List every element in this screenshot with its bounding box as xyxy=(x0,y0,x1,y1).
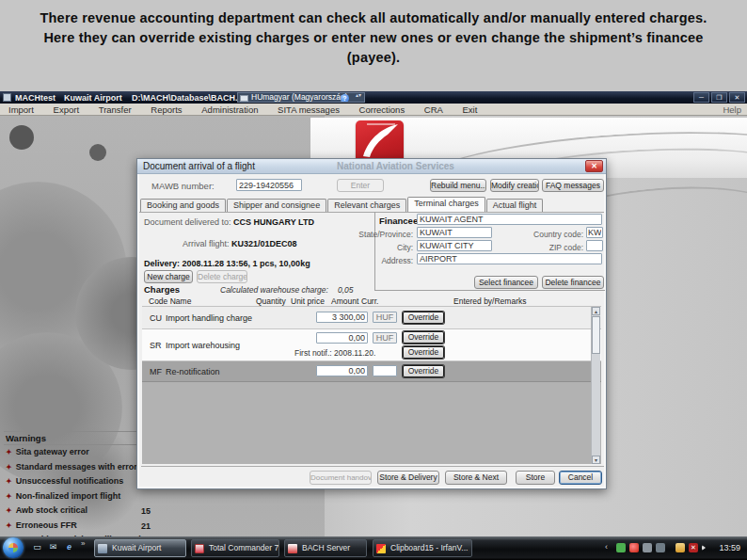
task-bach-server[interactable]: BACH Server xyxy=(284,539,367,557)
city-input[interactable] xyxy=(417,240,492,251)
warning-item-awb-stock[interactable]: ✦Awb stock critical15 xyxy=(4,505,162,520)
tab-terminal-charges[interactable]: Terminal charges xyxy=(407,197,485,212)
menu-cra[interactable]: CRA xyxy=(416,104,452,115)
warning-item-erroneous-ffr[interactable]: ✦Erroneous FFR21 xyxy=(4,520,162,536)
menu-sita-messages[interactable]: SITA messages xyxy=(269,104,348,115)
charges-scrollbar[interactable]: ▴ ▾ xyxy=(591,307,600,464)
store-next-button[interactable]: Store & Next xyxy=(445,471,507,485)
store-button[interactable]: Store xyxy=(516,471,555,485)
charge-currency-input[interactable] xyxy=(373,312,397,323)
charge-amount-input[interactable] xyxy=(316,365,368,376)
tray-sync-icon[interactable] xyxy=(656,543,665,552)
dialog-close-icon[interactable]: ✕ xyxy=(585,160,603,172)
document-arrival-dialog: Document arrival of a flight National Av… xyxy=(136,158,607,489)
charge-row-sr[interactable]: SR Import warehousing Override First not… xyxy=(142,329,601,361)
menu-help[interactable]: Help xyxy=(723,104,741,115)
help-icon[interactable]: ? xyxy=(341,94,349,103)
warning-label: Standard messages with error xyxy=(16,462,137,472)
state-input[interactable] xyxy=(417,227,492,238)
warning-bullet-icon: ✦ xyxy=(6,463,12,472)
mawb-input[interactable] xyxy=(236,179,302,191)
close-button[interactable]: ✕ xyxy=(729,92,745,103)
scroll-up-icon[interactable]: ▴ xyxy=(592,307,600,315)
override-notification-button[interactable]: Override xyxy=(403,346,444,359)
slide-caption: There revenue accounting department can … xyxy=(23,8,724,68)
tray-display-icon[interactable] xyxy=(643,543,652,552)
restore-button[interactable]: ❐ xyxy=(711,92,727,103)
charge-code: SR xyxy=(150,341,162,350)
minimize-button[interactable]: ─ xyxy=(693,92,709,103)
charge-currency-input[interactable] xyxy=(373,365,397,376)
tab-booking-and-goods[interactable]: Booking and goods xyxy=(140,199,226,212)
dialog-titlebar[interactable]: Document arrival of a flight National Av… xyxy=(137,159,606,174)
faq-messages-button[interactable]: FAQ messages xyxy=(542,179,604,192)
menu-administration[interactable]: Administration xyxy=(193,104,266,115)
address-input[interactable] xyxy=(417,253,602,264)
country-code-input[interactable] xyxy=(586,227,603,238)
warning-bullet-icon: ✦ xyxy=(6,492,12,501)
tray-network-icon[interactable] xyxy=(629,543,639,552)
task-clipboard-irfanview[interactable]: Clipboard15 - IrfanV... xyxy=(373,539,472,557)
quicklaunch-mail-icon[interactable]: ✉ xyxy=(47,541,59,553)
delete-financee-button[interactable]: Delete financee xyxy=(542,276,604,289)
quicklaunch-browser-icon[interactable]: e xyxy=(63,541,75,553)
taskbar: ▭ ✉ e » Kuwait Airport Total Commander 7… xyxy=(0,536,747,560)
zip-input[interactable] xyxy=(586,240,603,251)
menu-bar: Import Export Transfer Reports Administr… xyxy=(0,104,747,116)
app-site: Kuwait Airport xyxy=(64,93,122,103)
tab-actual-flight[interactable]: Actual flight xyxy=(486,199,544,212)
scrollbar-thumb[interactable] xyxy=(592,316,600,354)
tray-document-icon[interactable] xyxy=(675,543,685,552)
document-handover-button[interactable]: Document handover xyxy=(310,471,372,485)
delivered-to-label: Document delivered to: xyxy=(144,217,231,227)
warning-bullet-icon: ✦ xyxy=(6,477,12,486)
menu-exit[interactable]: Exit xyxy=(454,104,486,115)
override-button[interactable]: Override xyxy=(403,365,444,377)
tab-shipper-and-consignee[interactable]: Shipper and consignee xyxy=(227,199,326,212)
task-app-icon xyxy=(376,544,386,553)
financee-name-input[interactable] xyxy=(417,214,602,225)
menu-export[interactable]: Export xyxy=(45,104,87,115)
cancel-button[interactable]: Cancel xyxy=(559,471,602,485)
delete-charge-button[interactable]: Delete charge xyxy=(197,270,247,283)
tray-shield-icon[interactable] xyxy=(616,543,626,552)
warning-item-nonfinalized-import[interactable]: ✦Non-finalized import flight xyxy=(4,491,162,506)
quicklaunch-chevron-icon[interactable]: » xyxy=(81,539,85,548)
language-selector[interactable]: HUmagyar (Magyarország) ? ▴▾ xyxy=(237,92,365,103)
menu-reports[interactable]: Reports xyxy=(142,104,190,115)
charge-row-mf-selected[interactable]: MF Re-notification Override xyxy=(142,361,601,382)
warning-label: Non-finalized import flight xyxy=(16,491,121,501)
arrival-flight-value: KU321/01DEC08 xyxy=(231,239,297,248)
modify-creation-button[interactable]: Modify creation xyxy=(490,179,539,192)
delivery-line: Delivery: 2008.11.28 13:56, 1 pcs, 10,00… xyxy=(144,259,310,268)
tray-volume-icon[interactable] xyxy=(702,545,706,551)
quicklaunch-desktop-icon[interactable]: ▭ xyxy=(31,541,43,553)
override-button[interactable]: Override xyxy=(403,331,444,344)
new-charge-button[interactable]: New charge xyxy=(144,270,193,283)
task-label: Total Commander 7... xyxy=(209,543,279,552)
updown-icon[interactable]: ▴▾ xyxy=(356,93,361,98)
task-kuwait-airport[interactable]: Kuwait Airport xyxy=(94,539,186,557)
tray-error-icon[interactable]: ✕ xyxy=(689,543,698,552)
menu-import[interactable]: Import xyxy=(0,104,42,115)
start-button[interactable] xyxy=(3,537,24,558)
tab-relevant-charges[interactable]: Relevant charges xyxy=(327,199,406,212)
charge-currency-input[interactable] xyxy=(373,332,397,344)
rebuild-menu-button[interactable]: Rebuild menu... xyxy=(430,179,486,192)
menu-corrections[interactable]: Corrections xyxy=(351,104,414,115)
warning-bullet-icon: ✦ xyxy=(6,506,12,515)
enter-button[interactable]: Enter xyxy=(337,179,384,192)
task-app-icon xyxy=(98,544,107,553)
charge-amount-input[interactable] xyxy=(316,312,368,323)
select-financee-button[interactable]: Select financee xyxy=(474,276,538,289)
charge-amount-input[interactable] xyxy=(316,332,368,344)
override-button[interactable]: Override xyxy=(403,312,444,324)
task-label: BACH Server xyxy=(302,543,350,552)
scroll-down-icon[interactable]: ▾ xyxy=(592,456,600,464)
task-total-commander[interactable]: Total Commander 7... xyxy=(191,539,279,557)
menu-transfer[interactable]: Transfer xyxy=(90,104,140,115)
store-delivery-button[interactable]: Store & Delivery xyxy=(377,471,439,485)
tray-collapse-icon[interactable]: ‹ xyxy=(605,542,608,552)
charge-row-cu[interactable]: CU Import handling charge Override xyxy=(142,307,601,329)
first-notification-note: First notif.: 2008.11.20. xyxy=(294,348,375,358)
